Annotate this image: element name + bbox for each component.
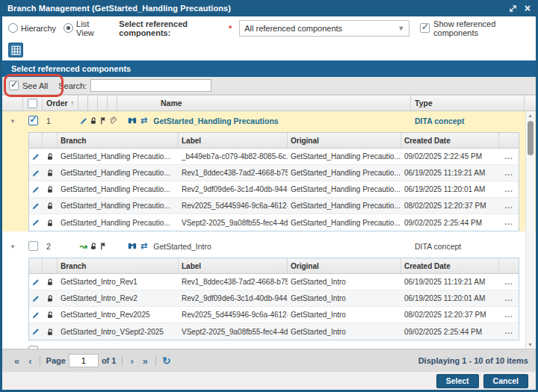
paperclip-icon[interactable] (108, 111, 117, 130)
page-number-input[interactable] (69, 354, 99, 367)
edit-pencil-icon[interactable] (29, 307, 43, 323)
branch-created: 09/02/2025 2:22:45 PM (401, 149, 499, 164)
order-column-header[interactable]: Order ↑ (43, 96, 78, 111)
branch-column-header[interactable]: Branch (58, 258, 179, 273)
branch-row[interactable]: GetStarted_Handling Precautio... Rev2_9d… (29, 181, 519, 198)
unlock-icon[interactable] (88, 237, 98, 255)
search-input[interactable] (90, 79, 211, 92)
edit-pencil-icon[interactable] (29, 149, 43, 164)
edit-pencil-icon[interactable] (29, 181, 43, 197)
row-menu-icon[interactable]: ... (504, 329, 513, 334)
row-menu-icon[interactable]: ... (504, 187, 513, 192)
scrollbar-thumb[interactable] (528, 121, 534, 155)
last-page-button[interactable]: » (138, 355, 152, 367)
edit-pencil-icon[interactable] (29, 290, 43, 306)
unlock-icon[interactable] (43, 198, 58, 214)
prev-page-button[interactable]: ‹ (24, 355, 36, 367)
branch-name: GetStarted_Handling Precautio... (58, 165, 179, 181)
branch-row[interactable]: GetStarted_Intro_Rev2 Rev2_9df09de6-3c1d… (29, 290, 519, 307)
unlock-icon[interactable] (43, 165, 58, 181)
binoculars-icon[interactable] (128, 116, 137, 125)
unlock-icon[interactable] (43, 323, 58, 340)
scroll-up-icon[interactable]: ▲ (528, 113, 533, 118)
branch-label: Rev2_9df09de6-3c1d-40db-944... (179, 181, 288, 197)
release-flag-icon[interactable] (98, 237, 108, 255)
row-menu-icon[interactable]: ... (504, 204, 513, 208)
see-all-checkbox[interactable] (9, 81, 19, 90)
edit-pencil-icon[interactable] (29, 323, 43, 340)
vertical-scrollbar[interactable]: ▲ ▼ (525, 111, 535, 349)
cancel-button[interactable]: Cancel (483, 374, 528, 388)
group-row[interactable]: ▾ 2 ↝ ⇄ GetStarted_Intro DI (2, 237, 536, 255)
view-toolbar: Hierarchy List View Select referenced co… (2, 16, 536, 40)
referenced-components-dropdown[interactable]: All referenced components ▼ (239, 20, 409, 37)
label-column-header[interactable]: Label (179, 258, 288, 273)
group-row[interactable]: ▾ 1 ⇄ (2, 111, 536, 130)
edit-pencil-icon[interactable] (29, 274, 43, 290)
component-name[interactable]: GetStarted_Intro (153, 242, 211, 251)
original-column-header[interactable]: Original (288, 258, 401, 273)
row-menu-icon[interactable]: ... (504, 155, 513, 159)
unlock-icon[interactable] (88, 111, 98, 130)
edit-pencil-icon[interactable] (29, 214, 43, 231)
branch-label: VSept2-2025_9a08fb55-fec4-4d... (179, 214, 288, 231)
close-icon[interactable]: × (525, 4, 531, 13)
collapse-expander-icon[interactable]: ▾ (11, 243, 15, 250)
row-menu-icon[interactable]: ... (504, 171, 513, 175)
hierarchy-radio[interactable] (8, 23, 18, 33)
filter-bar: See All Search: (2, 77, 536, 95)
edit-pencil-icon[interactable] (29, 165, 43, 181)
unlock-icon[interactable] (43, 214, 58, 231)
release-flag-icon[interactable] (98, 111, 108, 130)
unlock-icon[interactable] (43, 274, 58, 290)
created-date-column-header[interactable]: Created Date (401, 133, 499, 148)
label-column-header[interactable]: Label (179, 133, 288, 148)
branch-row[interactable]: GetStarted_Intro_Rev2025 Rev2025_5d44594… (29, 307, 519, 323)
select-all-checkbox[interactable] (28, 99, 37, 108)
unlock-icon[interactable] (43, 307, 58, 323)
row-menu-icon[interactable]: ... (504, 280, 513, 284)
list-view-radio[interactable] (64, 23, 73, 33)
first-page-button[interactable]: « (10, 355, 24, 367)
component-name-link[interactable]: GetStarted_Handling Precautions (153, 116, 278, 125)
row-checkbox[interactable] (28, 116, 38, 125)
unlock-icon[interactable] (43, 181, 58, 197)
branch-column-header[interactable]: Branch (58, 133, 179, 148)
scroll-down-icon[interactable]: ▼ (528, 342, 533, 347)
row-menu-icon[interactable]: ... (504, 313, 513, 317)
chevron-down-icon: ▼ (398, 25, 404, 32)
branch-row[interactable]: GetStarted_Intro_Rev1 Rev1_8ddec438-7ad2… (29, 274, 519, 290)
row-menu-icon[interactable]: ... (504, 220, 513, 225)
reuse-loop-icon[interactable]: ⇄ (140, 241, 147, 251)
select-button[interactable]: Select (436, 374, 479, 388)
required-asterisk: * (229, 24, 232, 33)
unlock-icon[interactable] (43, 290, 58, 306)
type-column-header[interactable]: Type (411, 96, 525, 111)
branch-created: 06/19/2025 11:19:21 AM (401, 165, 499, 181)
binoculars-icon[interactable] (128, 242, 137, 250)
refresh-icon[interactable]: ↻ (159, 355, 174, 367)
row-menu-icon[interactable]: ... (504, 296, 513, 301)
branch-row[interactable]: GetStarted_Handling Precautio... _b449eb… (29, 149, 519, 165)
branch-row[interactable]: GetStarted_Handling Precautio... VSept2-… (29, 214, 519, 231)
branch-row[interactable]: GetStarted_Handling Precautio... Rev1_8d… (29, 165, 519, 181)
collapse-expander-icon[interactable]: ▾ (11, 117, 15, 125)
row-checkbox[interactable] (28, 241, 38, 251)
reuse-loop-icon[interactable]: ⇄ (140, 116, 147, 125)
edit-pencil-icon[interactable] (29, 198, 43, 214)
name-column-header[interactable]: Name (117, 96, 411, 111)
branch-row[interactable]: GetStarted_Intro_VSept2-2025 VSept2-2025… (29, 323, 519, 340)
created-date-column-header[interactable]: Created Date (401, 258, 499, 273)
next-page-button[interactable]: › (126, 355, 137, 367)
unlock-icon[interactable] (43, 149, 58, 164)
select-all-column-header[interactable] (23, 96, 43, 111)
edit-pencil-icon[interactable] (78, 111, 88, 130)
branch-label: Rev2025_5d445946-9c6a-4612-... (179, 307, 288, 323)
maximize-icon[interactable] (509, 4, 517, 13)
table-grid-button[interactable] (8, 43, 23, 57)
table-grid-icon (11, 46, 21, 55)
show-referenced-checkbox[interactable] (420, 23, 430, 33)
branch-original: GetStarted_Handling Precautio... (288, 214, 401, 231)
branch-row[interactable]: GetStarted_Handling Precautio... Rev2025… (29, 198, 519, 214)
original-column-header[interactable]: Original (288, 133, 401, 148)
